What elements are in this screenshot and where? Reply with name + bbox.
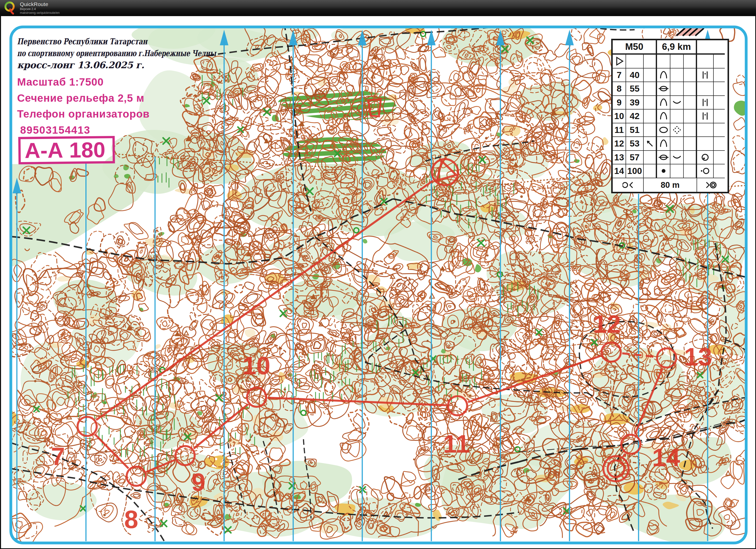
control-code: 42 <box>630 111 640 121</box>
control-card-cell <box>697 151 714 165</box>
taped-finish-cell <box>697 178 725 192</box>
control-card-cell: 9 <box>613 96 626 110</box>
control-card-cell <box>670 123 684 137</box>
control-card-cell <box>684 123 697 137</box>
control-card-cell <box>670 164 684 178</box>
control-number-label: 8 <box>124 505 138 533</box>
control-card-cell <box>714 137 725 151</box>
control-card-cell <box>644 96 657 110</box>
control-card-cell <box>697 110 714 123</box>
taped-finish-icon <box>705 180 716 191</box>
app-version: Версия 2.4 <box>20 7 36 11</box>
control-number: 12 <box>614 139 624 149</box>
control-code: 57 <box>630 152 640 162</box>
control-card-cell: 10 <box>613 110 626 123</box>
control-row: 1253 <box>613 137 728 151</box>
control-code: 53 <box>630 139 640 149</box>
control-number-label: 14 <box>652 443 680 471</box>
control-card-cell <box>714 164 725 178</box>
start-triangle-icon <box>614 56 625 67</box>
control-card-cell <box>697 164 714 178</box>
window-edge-left <box>0 16 1 549</box>
event-title-line: кросс-лонг 13.06.2025 г. <box>17 59 286 71</box>
map-scale-label: Масштаб 1:7500 <box>17 74 150 90</box>
control-card-cell: 53 <box>626 137 644 151</box>
hill-icon <box>658 70 669 81</box>
hill-icon <box>658 138 669 149</box>
control-card-cell <box>670 82 684 96</box>
control-number-label: 11 <box>443 430 470 458</box>
control-card-cell <box>697 96 714 110</box>
map-contour-interval-label: Сечение рельефа 2,5 м <box>17 90 150 106</box>
control-row: 1151 <box>613 123 728 137</box>
organizer-phone-number: 89503154413 <box>17 122 150 138</box>
control-row: 1357 <box>613 151 728 165</box>
control-card-cell: 14 <box>613 164 626 178</box>
control-card-cell <box>684 96 697 110</box>
control-card-cell: 11 <box>613 123 626 137</box>
control-card-cell <box>697 69 714 82</box>
between-icon <box>700 97 711 108</box>
control-card-cell <box>714 82 725 96</box>
control-card-cell <box>657 55 670 69</box>
curve-icon <box>671 152 682 163</box>
control-card-cell <box>697 123 714 137</box>
control-number-label: 9 <box>191 468 205 496</box>
control-card-cell: 12 <box>613 137 626 151</box>
control-card-cell <box>714 55 725 69</box>
control-code: 40 <box>630 70 640 80</box>
card-footer-row: 80 m <box>613 178 728 192</box>
control-card-cell: 8 <box>613 82 626 96</box>
dot-diamond-icon <box>671 124 682 136</box>
control-card-cell <box>697 82 714 96</box>
app-site-link[interactable]: matstroeng.se/quickroute/en <box>20 11 60 15</box>
control-card-cell <box>714 69 725 82</box>
control-number: 11 <box>614 125 624 135</box>
control-number-label: 7 <box>51 442 65 470</box>
card-start-row <box>613 55 728 69</box>
finish-distance-cell: 80 m <box>644 178 697 192</box>
title-bar: QuickRoute Версия 2.4 matstroeng.se/quic… <box>0 0 756 16</box>
control-card-cell: 7 <box>613 69 626 82</box>
control-card-cell <box>657 110 670 123</box>
control-card-cell <box>697 55 714 69</box>
event-title-line: Первенство Республики Татарстан <box>17 36 227 47</box>
event-title-line: по спортивному ориентированию г.Набережн… <box>17 47 216 59</box>
finish-route-icon <box>623 180 634 191</box>
oval-icon <box>658 124 669 136</box>
control-number-label: 13 <box>684 342 712 371</box>
control-card-cell <box>670 137 684 151</box>
control-card-cell <box>684 55 697 69</box>
control-card-cell <box>670 69 684 82</box>
control-number: 10 <box>614 111 624 121</box>
control-card-cell: 42 <box>626 110 644 123</box>
control-card-cell <box>697 137 714 151</box>
control-row: 1042 <box>613 110 728 123</box>
control-card-cell <box>644 55 657 69</box>
control-card-cell: 51 <box>626 123 644 137</box>
control-card-cell <box>644 164 657 178</box>
map-info-block: Масштаб 1:7500 Сечение рельефа 2,5 м Тел… <box>17 74 150 138</box>
finish-route-cell <box>613 178 644 192</box>
control-card-cell: 40 <box>626 69 644 82</box>
control-code: 51 <box>630 125 640 135</box>
control-row: 14100 <box>613 164 728 178</box>
circle-dot-icon <box>700 152 711 163</box>
control-card-cell <box>670 55 684 69</box>
area-code-box: А-А 180 <box>18 136 115 164</box>
control-card-cell <box>714 110 725 123</box>
app-title: QuickRoute <box>20 1 48 7</box>
area-code-label: А-А 180 <box>24 137 105 163</box>
control-card-cell <box>657 164 670 178</box>
control-card-cell: 13 <box>613 151 626 165</box>
hill-icon <box>658 111 669 122</box>
control-row: 939 <box>613 96 728 110</box>
arrow-nw-icon <box>644 138 655 149</box>
course-length-label: 6,9 km <box>662 42 691 52</box>
dot-circle-icon <box>700 165 711 177</box>
course-class-label: M50 <box>625 42 643 52</box>
organizer-phone-label: Телефон организаторов <box>17 106 150 122</box>
control-description-card: M506,9 km7408559391042115112531357141008… <box>611 39 729 193</box>
control-card-cell <box>613 55 626 69</box>
control-card-cell <box>644 69 657 82</box>
